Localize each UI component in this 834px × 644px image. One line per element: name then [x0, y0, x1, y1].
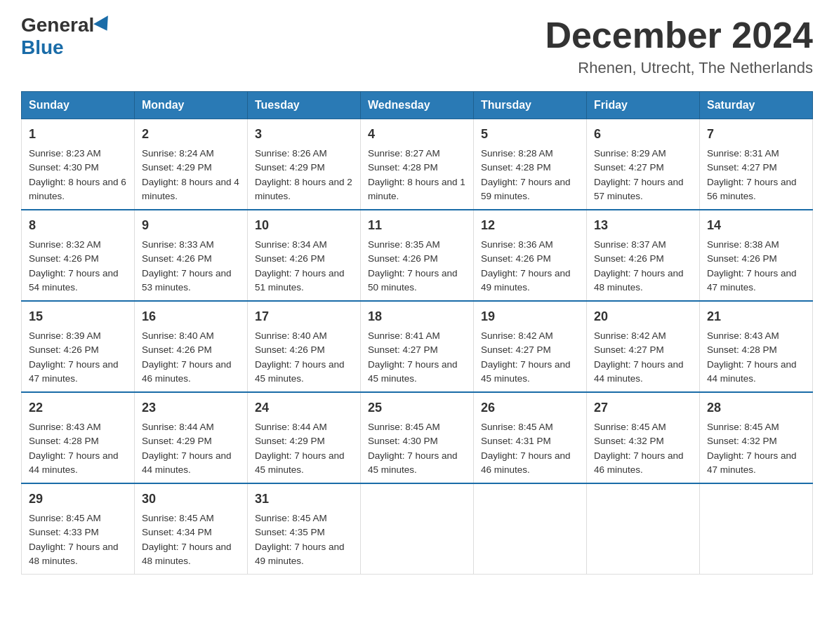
table-row: 26Sunrise: 8:45 AMSunset: 4:31 PMDayligh… [474, 392, 587, 483]
table-row: 22Sunrise: 8:43 AMSunset: 4:28 PMDayligh… [22, 392, 135, 483]
calendar-body: 1Sunrise: 8:23 AMSunset: 4:30 PMDaylight… [22, 119, 813, 575]
calendar-week-4: 22Sunrise: 8:43 AMSunset: 4:28 PMDayligh… [22, 392, 813, 483]
table-row [474, 483, 587, 575]
table-row: 9Sunrise: 8:33 AMSunset: 4:26 PMDaylight… [135, 210, 248, 301]
day-number: 9 [142, 216, 240, 235]
day-number: 6 [594, 125, 692, 144]
day-number: 11 [368, 216, 466, 235]
page-header: General Blue December 2024 Rhenen, Utrec… [21, 14, 813, 77]
table-row: 25Sunrise: 8:45 AMSunset: 4:30 PMDayligh… [361, 392, 474, 483]
day-number: 12 [481, 216, 579, 235]
col-thursday: Thursday [474, 92, 587, 119]
day-number: 14 [707, 216, 805, 235]
calendar-week-2: 8Sunrise: 8:32 AMSunset: 4:26 PMDaylight… [22, 210, 813, 301]
table-row: 19Sunrise: 8:42 AMSunset: 4:27 PMDayligh… [474, 301, 587, 392]
table-row: 16Sunrise: 8:40 AMSunset: 4:26 PMDayligh… [135, 301, 248, 392]
table-row: 11Sunrise: 8:35 AMSunset: 4:26 PMDayligh… [361, 210, 474, 301]
calendar-week-1: 1Sunrise: 8:23 AMSunset: 4:30 PMDaylight… [22, 119, 813, 210]
day-number: 18 [368, 307, 466, 326]
calendar-week-5: 29Sunrise: 8:45 AMSunset: 4:33 PMDayligh… [22, 483, 813, 575]
table-row: 5Sunrise: 8:28 AMSunset: 4:28 PMDaylight… [474, 119, 587, 210]
day-number: 16 [142, 307, 240, 326]
table-row: 2Sunrise: 8:24 AMSunset: 4:29 PMDaylight… [135, 119, 248, 210]
table-row: 28Sunrise: 8:45 AMSunset: 4:32 PMDayligh… [700, 392, 813, 483]
day-number: 8 [29, 216, 127, 235]
table-row: 14Sunrise: 8:38 AMSunset: 4:26 PMDayligh… [700, 210, 813, 301]
table-row: 12Sunrise: 8:36 AMSunset: 4:26 PMDayligh… [474, 210, 587, 301]
day-number: 19 [481, 307, 579, 326]
day-number: 22 [29, 398, 127, 417]
day-number: 10 [255, 216, 353, 235]
day-number: 13 [594, 216, 692, 235]
day-number: 4 [368, 125, 466, 144]
table-row [700, 483, 813, 575]
day-number: 1 [29, 125, 127, 144]
day-number: 2 [142, 125, 240, 144]
month-title: December 2024 [545, 14, 813, 56]
col-tuesday: Tuesday [248, 92, 361, 119]
table-row: 18Sunrise: 8:41 AMSunset: 4:27 PMDayligh… [361, 301, 474, 392]
day-number: 26 [481, 398, 579, 417]
table-row: 13Sunrise: 8:37 AMSunset: 4:26 PMDayligh… [587, 210, 700, 301]
day-number: 30 [142, 490, 240, 509]
table-row: 8Sunrise: 8:32 AMSunset: 4:26 PMDaylight… [22, 210, 135, 301]
table-row: 7Sunrise: 8:31 AMSunset: 4:27 PMDaylight… [700, 119, 813, 210]
logo-general: General [21, 14, 94, 36]
table-row: 27Sunrise: 8:45 AMSunset: 4:32 PMDayligh… [587, 392, 700, 483]
table-row: 15Sunrise: 8:39 AMSunset: 4:26 PMDayligh… [22, 301, 135, 392]
day-number: 31 [255, 490, 353, 509]
col-sunday: Sunday [22, 92, 135, 119]
col-monday: Monday [135, 92, 248, 119]
day-number: 21 [707, 307, 805, 326]
day-number: 3 [255, 125, 353, 144]
calendar-week-3: 15Sunrise: 8:39 AMSunset: 4:26 PMDayligh… [22, 301, 813, 392]
day-number: 7 [707, 125, 805, 144]
day-number: 23 [142, 398, 240, 417]
table-row: 24Sunrise: 8:44 AMSunset: 4:29 PMDayligh… [248, 392, 361, 483]
table-row: 29Sunrise: 8:45 AMSunset: 4:33 PMDayligh… [22, 483, 135, 575]
table-row: 4Sunrise: 8:27 AMSunset: 4:28 PMDaylight… [361, 119, 474, 210]
logo-arrow-icon [93, 15, 114, 35]
day-number: 29 [29, 490, 127, 509]
title-section: December 2024 Rhenen, Utrecht, The Nethe… [545, 14, 813, 77]
day-number: 24 [255, 398, 353, 417]
table-row: 6Sunrise: 8:29 AMSunset: 4:27 PMDaylight… [587, 119, 700, 210]
calendar-table: Sunday Monday Tuesday Wednesday Thursday… [21, 91, 813, 575]
day-number: 15 [29, 307, 127, 326]
location: Rhenen, Utrecht, The Netherlands [545, 59, 813, 77]
table-row [587, 483, 700, 575]
day-number: 5 [481, 125, 579, 144]
table-row [361, 483, 474, 575]
table-row: 3Sunrise: 8:26 AMSunset: 4:29 PMDaylight… [248, 119, 361, 210]
col-wednesday: Wednesday [361, 92, 474, 119]
day-number: 20 [594, 307, 692, 326]
table-row: 31Sunrise: 8:45 AMSunset: 4:35 PMDayligh… [248, 483, 361, 575]
day-number: 27 [594, 398, 692, 417]
calendar-header-row: Sunday Monday Tuesday Wednesday Thursday… [22, 92, 813, 119]
logo-blue: Blue [21, 36, 64, 59]
table-row: 10Sunrise: 8:34 AMSunset: 4:26 PMDayligh… [248, 210, 361, 301]
col-saturday: Saturday [700, 92, 813, 119]
day-number: 17 [255, 307, 353, 326]
day-number: 28 [707, 398, 805, 417]
table-row: 20Sunrise: 8:42 AMSunset: 4:27 PMDayligh… [587, 301, 700, 392]
table-row: 21Sunrise: 8:43 AMSunset: 4:28 PMDayligh… [700, 301, 813, 392]
logo: General Blue [21, 14, 114, 59]
table-row: 30Sunrise: 8:45 AMSunset: 4:34 PMDayligh… [135, 483, 248, 575]
col-friday: Friday [587, 92, 700, 119]
logo-text: General [21, 14, 114, 36]
table-row: 23Sunrise: 8:44 AMSunset: 4:29 PMDayligh… [135, 392, 248, 483]
table-row: 1Sunrise: 8:23 AMSunset: 4:30 PMDaylight… [22, 119, 135, 210]
table-row: 17Sunrise: 8:40 AMSunset: 4:26 PMDayligh… [248, 301, 361, 392]
day-number: 25 [368, 398, 466, 417]
